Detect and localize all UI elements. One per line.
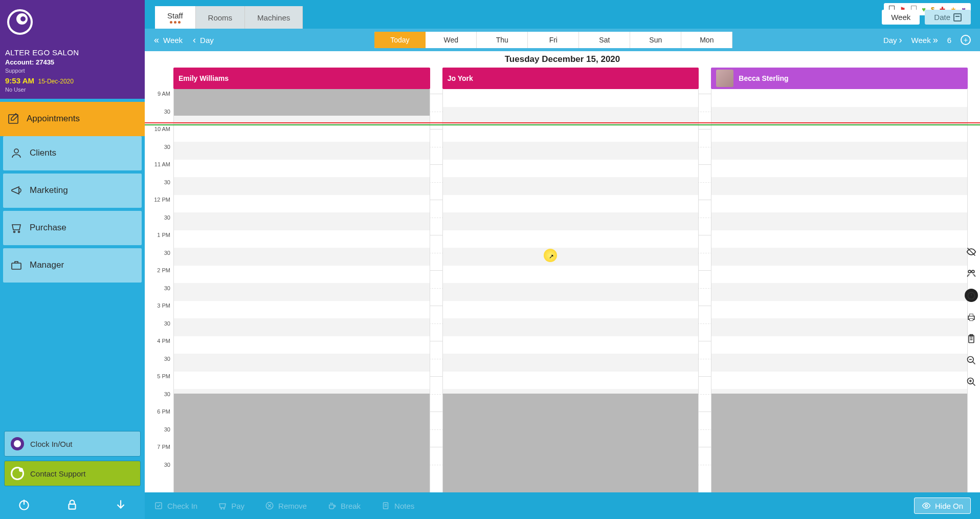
action-label: Check In [167,502,197,510]
staff-count: 6 [947,36,951,45]
add-staff-button[interactable]: + [961,35,971,45]
tab-label: Rooms [208,13,233,22]
day-tab-sun[interactable]: Sun [630,32,681,48]
contact-support-button[interactable]: Contact Support [4,461,141,486]
group-button[interactable] [965,267,977,279]
staff-name: Emily Williams [179,74,229,82]
day-tab-sat[interactable]: Sat [579,32,630,48]
staff-header-row: Emily Williams Jo York Becca Sterling [145,68,980,89]
calendar: Tuesday December 15, 2020 Emily Williams… [145,51,980,492]
svg-point-37 [925,505,928,507]
avatar [716,70,733,87]
next-week-button[interactable]: Week» [911,35,938,46]
logo-area [0,0,145,44]
calendar-edit-icon [7,113,19,125]
briefcase-icon [10,259,23,271]
svg-point-1 [14,149,18,153]
svg-rect-16 [970,319,973,321]
timer-button[interactable] [965,289,978,302]
check-in-button[interactable]: Check In [154,501,197,510]
lock-button[interactable] [58,490,86,519]
unavailable-block [711,394,967,492]
current-time: 9:53 AM [5,76,34,85]
svg-point-30 [224,508,225,509]
power-button[interactable] [10,490,38,519]
sidebar-item-appointments[interactable]: Appointments [0,102,145,136]
day-tab-wed[interactable]: Wed [426,32,477,48]
next-day-label: Day [883,36,897,45]
day-tab-fri[interactable]: Fri [528,32,579,48]
download-button[interactable] [106,490,135,519]
sidebar-item-label: Marketing [30,185,68,196]
sidebar-bottom-icons [0,490,145,519]
svg-rect-28 [155,503,162,509]
action-label: Pay [231,502,244,510]
svg-point-3 [18,231,20,233]
week-view-button[interactable]: Week [882,10,920,25]
action-label: Break [341,502,361,510]
clipboard-button[interactable] [965,333,977,345]
prev-week-button[interactable]: «Week [154,35,183,46]
staff-column-header[interactable]: Jo York [442,68,699,89]
action-label: Remove [278,502,307,510]
break-button[interactable]: Break [327,501,361,510]
sidebar-item-manager[interactable]: Manager [3,248,142,283]
tab-rooms[interactable]: Rooms [196,6,246,29]
support-button-label: Contact Support [30,469,85,478]
next-week-label: Week [911,36,931,45]
svg-point-10 [968,270,971,273]
tab-staff[interactable]: Staff [155,6,196,29]
svg-point-2 [14,231,15,233]
staff-column[interactable] [442,89,699,492]
prev-week-label: Week [163,36,183,45]
calendar-body[interactable]: 9 AM3010 AM3011 AM3012 PM301 PM302 PM303… [145,89,980,492]
calendar-icon [953,13,962,21]
day-navigation: «Week ‹Day Today Wed Thu Fri Sat Sun Mon… [145,29,980,51]
action-bar: Check In Pay Remove Break Notes Hide On [145,492,980,519]
sidebar-item-label: Clients [30,148,56,158]
zoom-out-button[interactable] [965,354,977,366]
unavailable-block [443,394,699,492]
svg-point-11 [972,270,974,273]
staff-column-header[interactable]: Emily Williams [173,68,430,89]
visibility-toggle-button[interactable] [965,246,977,258]
print-button[interactable] [965,311,977,323]
clock-in-out-button[interactable]: Clock In/Out [4,431,141,457]
megaphone-icon [10,184,23,197]
staff-column[interactable] [711,89,968,492]
sidebar-item-label: Appointments [27,114,80,124]
notes-button[interactable]: Notes [381,501,414,510]
account-info: ALTER EGO SALON Account: 27435 Support 9… [0,44,145,99]
svg-rect-7 [69,504,76,509]
main-area: Staff Rooms Machines ⚑ ♥ $ ✚ ★ ♥ Week Da… [145,0,980,519]
prev-day-label: Day [200,36,214,45]
chevron-left-icon: ‹ [193,35,196,46]
date-picker-button[interactable]: Date [925,10,971,25]
current-time-line [145,122,980,123]
day-tab-today[interactable]: Today [374,32,426,48]
person-icon [10,147,23,159]
sidebar-nav: Appointments Clients Marketing Purchase … [0,102,145,286]
sidebar-item-purchase[interactable]: Purchase [3,211,142,245]
logo-icon [7,9,33,35]
sidebar-item-clients[interactable]: Clients [3,136,142,170]
tab-machines[interactable]: Machines [245,6,303,29]
staff-column-header[interactable]: Becca Sterling [711,68,968,89]
view-tabbar: Staff Rooms Machines ⚑ ♥ $ ✚ ★ ♥ Week Da… [145,0,980,29]
next-day-button[interactable]: Day› [883,35,902,46]
svg-rect-15 [970,314,973,316]
sidebar-item-marketing[interactable]: Marketing [3,174,142,208]
svg-line-25 [973,383,975,386]
staff-column[interactable] [173,89,430,492]
sidebar-item-label: Purchase [30,223,66,233]
support-icon [11,467,24,480]
zoom-in-button[interactable] [965,376,977,388]
day-tab-mon[interactable]: Mon [681,32,732,48]
pay-button[interactable]: Pay [218,501,244,510]
day-tab-thu[interactable]: Thu [477,32,528,48]
remove-button[interactable]: Remove [265,501,307,510]
action-label: Notes [394,502,414,510]
account-role: Support [5,67,140,75]
hide-toggle-button[interactable]: Hide On [914,498,971,514]
prev-day-button[interactable]: ‹Day [193,35,214,46]
